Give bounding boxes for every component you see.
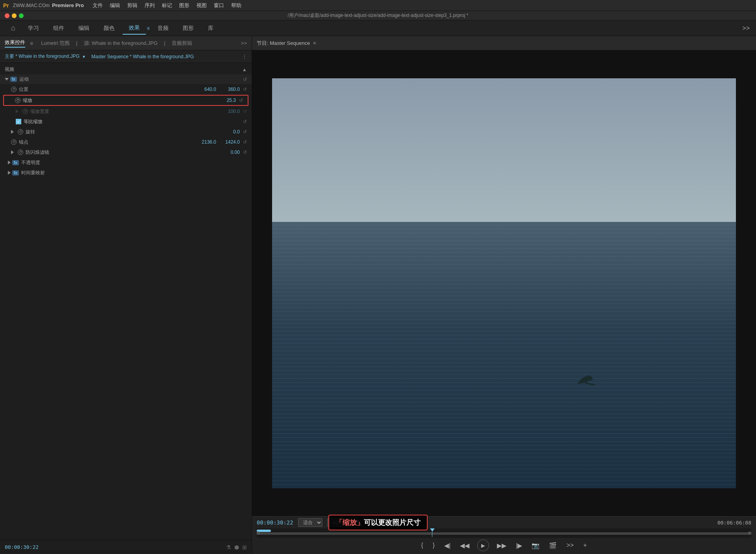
transport-step-back-btn[interactable]: ◀| xyxy=(443,541,452,550)
preview-header: 节目: Master Sequence ≡ xyxy=(252,36,756,50)
scale-width-reset-btn[interactable]: ↺ xyxy=(243,109,247,114)
transport-next-frame-btn[interactable]: ▶▶ xyxy=(495,541,508,550)
antiflicker-value[interactable]: 0.00 xyxy=(216,150,240,155)
panel-header-more[interactable]: >> xyxy=(241,40,247,46)
transport-more-btn[interactable]: >> xyxy=(565,541,575,550)
position-reset-btn[interactable]: ↺ xyxy=(243,87,247,92)
menu-clip[interactable]: 剪辑 xyxy=(124,1,141,10)
menu-graphics[interactable]: 图形 xyxy=(176,1,193,10)
tab-components[interactable]: 组件 xyxy=(47,22,70,34)
position-value-x[interactable]: 640.0 xyxy=(193,87,216,92)
menu-edit[interactable]: 编辑 xyxy=(107,1,123,10)
tab-lumetri[interactable]: Lumetri 范围 xyxy=(41,40,70,47)
anchor-value-x[interactable]: 2136.0 xyxy=(193,139,216,145)
scale-reset-btn[interactable]: ↺ xyxy=(239,98,243,103)
tab-library[interactable]: 库 xyxy=(202,22,220,34)
preview-controls: 00:00:30:22 适合 1/2 🔧 00:06:06:08 xyxy=(252,516,756,554)
tab-effect-controls[interactable]: 效果控件 xyxy=(5,39,25,48)
scale-width-expand[interactable] xyxy=(16,109,19,113)
separator1: | xyxy=(76,40,77,46)
menu-marker[interactable]: 标记 xyxy=(159,1,175,10)
tab-edit[interactable]: 编辑 xyxy=(72,22,96,34)
property-rotation: ⏱ 旋转 0.0 ↺ xyxy=(0,127,252,137)
rotation-reset-btn[interactable]: ↺ xyxy=(243,129,247,135)
position-label: 位置 xyxy=(19,86,28,93)
rotation-timer-icon[interactable]: ⏱ xyxy=(18,129,23,135)
motion-section-header: fx 运动 ↺ xyxy=(0,74,252,84)
source-seq-label[interactable]: Master Sequence * Whale in the foregroun… xyxy=(91,54,194,59)
preview-panel: 节目: Master Sequence ≡ 00:00:30: xyxy=(252,36,756,554)
rotation-value[interactable]: 0.0 xyxy=(216,129,240,135)
tab-learn[interactable]: 学习 xyxy=(22,22,45,34)
settings-icon-bottom[interactable]: ⊞ xyxy=(242,544,247,550)
tab-color[interactable]: 颜色 xyxy=(97,22,121,34)
preview-timecode-in[interactable]: 00:00:30:22 xyxy=(257,519,293,526)
preview-timecode-bar: 00:00:30:22 适合 1/2 🔧 00:06:06:08 xyxy=(252,517,756,528)
tab-source[interactable]: 源: Whale in the foreground.JPG xyxy=(84,40,158,47)
transport-play-btn[interactable]: ▶ xyxy=(477,539,489,551)
menu-file[interactable]: 文件 xyxy=(89,1,106,10)
transport-step-fwd-btn[interactable]: |▶ xyxy=(514,541,524,550)
property-time-remap-group: fx 时间重映射 xyxy=(0,168,252,178)
time-remap-label: 时间重映射 xyxy=(21,170,45,176)
transport-add-btn[interactable]: + xyxy=(582,541,588,550)
antiflicker-reset-btn[interactable]: ↺ xyxy=(243,150,247,155)
motion-reset-icon[interactable]: ↺ xyxy=(243,77,247,82)
preview-label: 节目: Master Sequence xyxy=(257,40,310,47)
filter-icon[interactable]: ⚗ xyxy=(226,544,231,550)
scroll-up-btn[interactable]: ▲ xyxy=(242,67,247,72)
menu-window[interactable]: 窗口 xyxy=(211,1,227,10)
transport-prev-frame-btn[interactable]: ◀◀ xyxy=(458,541,471,550)
tab-effects[interactable]: 效果 xyxy=(122,22,146,35)
anchor-timer-icon[interactable]: ⏱ xyxy=(11,139,17,145)
menu-sequence[interactable]: 序列 xyxy=(141,1,158,10)
tab-graphics[interactable]: 图形 xyxy=(176,22,200,34)
effect-controls-menu-icon[interactable]: ≡ xyxy=(30,40,33,46)
effect-controls-panel: 效果控件 ≡ Lumetri 范围 | 源: Whale in the fore… xyxy=(0,36,252,554)
scale-width-value[interactable]: 100.0 xyxy=(216,109,240,114)
preview-menu-icon[interactable]: ≡ xyxy=(313,40,316,46)
rotation-expand[interactable] xyxy=(11,130,14,134)
transport-export-btn[interactable]: 🎬 xyxy=(547,541,558,550)
opacity-expand[interactable] xyxy=(8,161,11,164)
uniform-scale-checkbox[interactable]: ✓ xyxy=(16,119,21,124)
source-main-label[interactable]: 主要 * Whale in the foreground.JPG xyxy=(5,53,80,60)
transport-camera-btn[interactable]: 📷 xyxy=(530,541,541,550)
home-button[interactable]: ⌂ xyxy=(6,22,20,34)
main-layout: 效果控件 ≡ Lumetri 范围 | 源: Whale in the fore… xyxy=(0,36,756,554)
anchor-value-y[interactable]: 1424.0 xyxy=(216,139,240,145)
title-bar: /用户/mac/桌面/add-image-text-adjust-size/ad… xyxy=(0,11,756,20)
time-remap-fx-badge: fx xyxy=(12,170,19,175)
scrubber-left-dot xyxy=(257,532,260,535)
position-value-y[interactable]: 360.0 xyxy=(216,87,240,92)
title-path: /用户/mac/桌面/add-image-text-adjust-size/ad… xyxy=(288,12,469,19)
transport-mark-in-btn[interactable]: { xyxy=(419,541,424,550)
menu-view[interactable]: 视图 xyxy=(193,1,210,10)
preview-fit-select[interactable]: 适合 xyxy=(298,518,322,527)
time-remap-expand[interactable] xyxy=(8,171,11,175)
opacity-label: 不透明度 xyxy=(21,159,40,166)
scale-value[interactable]: 25.3 xyxy=(212,98,236,103)
position-timer-icon[interactable]: ⏱ xyxy=(11,87,17,92)
antiflicker-expand[interactable] xyxy=(11,150,14,154)
motion-expand-icon[interactable] xyxy=(5,78,9,81)
uniform-scale-reset-btn[interactable]: ↺ xyxy=(243,119,247,124)
opacity-fx-badge: fx xyxy=(12,160,19,165)
playhead-line xyxy=(432,532,432,537)
transport-mark-out-btn[interactable]: } xyxy=(431,541,436,550)
scrubber-playhead[interactable] xyxy=(430,528,435,537)
menu-help[interactable]: 帮助 xyxy=(228,1,245,10)
scale-width-timer-icon[interactable]: ⏱ xyxy=(22,109,28,114)
annotation-text: 可以更改照片尺寸 xyxy=(364,519,421,526)
nav-more-button[interactable]: >> xyxy=(742,25,750,32)
scale-timer-icon[interactable]: ⏱ xyxy=(15,98,20,103)
source-dropdown-icon[interactable]: ▾ xyxy=(83,54,85,59)
tab-audio[interactable]: 音频 xyxy=(151,22,175,34)
motion-label[interactable]: 运动 xyxy=(19,76,29,83)
anchor-reset-btn[interactable]: ↺ xyxy=(243,139,247,145)
source-dots[interactable]: ⋮ xyxy=(242,54,247,59)
antiflicker-timer-icon[interactable]: ⏱ xyxy=(18,150,23,155)
play-icon: ▶ xyxy=(481,543,485,548)
tab-audio-clip[interactable]: 音频剪辑 xyxy=(172,40,192,47)
export-frame-icon[interactable]: ⬢ xyxy=(234,544,239,550)
